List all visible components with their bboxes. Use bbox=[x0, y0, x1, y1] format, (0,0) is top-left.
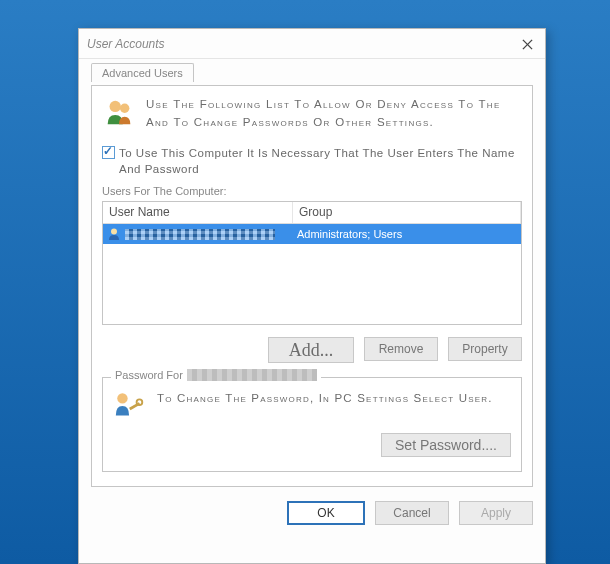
window-title: User Accounts bbox=[87, 37, 165, 51]
col-username[interactable]: User Name bbox=[103, 202, 293, 223]
ok-button[interactable]: OK bbox=[287, 501, 365, 525]
svg-point-4 bbox=[111, 229, 117, 235]
userlist-caption: Users For The Computer: bbox=[102, 185, 522, 197]
svg-point-3 bbox=[120, 104, 129, 113]
col-group[interactable]: Group bbox=[293, 202, 521, 223]
tab-bar: Advanced Users bbox=[91, 63, 533, 85]
dialog-buttons: OK Cancel Apply bbox=[91, 501, 533, 525]
intro-row: Use The Following List To Allow Or Deny … bbox=[102, 96, 522, 133]
password-fieldset: Password For To Change The Password, In … bbox=[102, 377, 522, 472]
user-accounts-dialog: User Accounts Advanced Users bbox=[78, 28, 546, 564]
user-icon bbox=[107, 227, 121, 241]
require-login-row: To Use This Computer It Is Necessary Tha… bbox=[102, 145, 522, 177]
client-area: Advanced Users Use The Following List To… bbox=[79, 59, 545, 537]
close-button[interactable] bbox=[515, 33, 539, 55]
password-row: To Change The Password, In PC Settings S… bbox=[113, 390, 511, 423]
svg-point-2 bbox=[110, 101, 121, 112]
tab-panel: Use The Following List To Allow Or Deny … bbox=[91, 85, 533, 487]
password-legend: Password For bbox=[111, 369, 321, 381]
password-legend-prefix: Password For bbox=[115, 369, 183, 381]
userlist-row[interactable]: Administrators; Users bbox=[103, 224, 521, 244]
cancel-button[interactable]: Cancel bbox=[375, 501, 449, 525]
username-redacted bbox=[125, 229, 275, 240]
intro-text: Use The Following List To Allow Or Deny … bbox=[146, 96, 522, 132]
apply-button[interactable]: Apply bbox=[459, 501, 533, 525]
key-icon bbox=[113, 390, 147, 423]
password-buttons: Set Password.... bbox=[113, 433, 511, 457]
require-login-checkbox[interactable] bbox=[102, 146, 115, 159]
users-icon bbox=[102, 96, 136, 133]
user-list[interactable]: User Name Group Administrators; Users bbox=[102, 201, 522, 325]
require-login-label: To Use This Computer It Is Necessary Tha… bbox=[119, 145, 522, 177]
cell-username bbox=[103, 227, 293, 241]
userlist-header: User Name Group bbox=[103, 202, 521, 224]
svg-rect-6 bbox=[129, 402, 140, 410]
titlebar[interactable]: User Accounts bbox=[79, 29, 545, 59]
cell-group: Administrators; Users bbox=[293, 228, 521, 240]
property-button[interactable]: Property bbox=[448, 337, 522, 361]
svg-point-5 bbox=[117, 393, 127, 403]
password-username-redacted bbox=[187, 369, 317, 381]
tab-advanced-users[interactable]: Advanced Users bbox=[91, 63, 194, 82]
set-password-button[interactable]: Set Password.... bbox=[381, 433, 511, 457]
password-text: To Change The Password, In PC Settings S… bbox=[157, 390, 493, 407]
remove-button[interactable]: Remove bbox=[364, 337, 438, 361]
list-buttons: Add... Remove Property bbox=[102, 337, 522, 363]
add-button[interactable]: Add... bbox=[268, 337, 354, 363]
svg-point-7 bbox=[137, 400, 143, 406]
close-icon bbox=[522, 39, 533, 50]
